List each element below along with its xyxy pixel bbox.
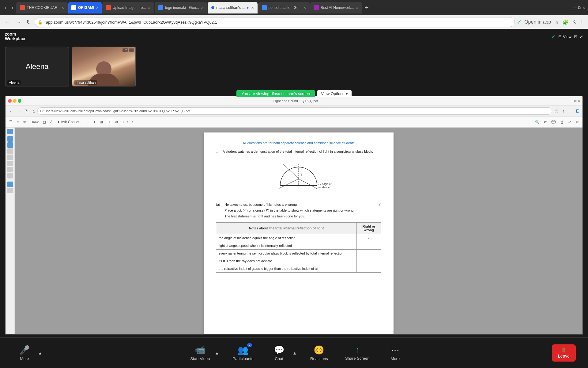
pdf-tool-copilot[interactable]: ✦ Ask Copilot <box>56 119 81 125</box>
table-cell-answer-5 <box>357 265 381 273</box>
more-options-button[interactable]: ⋮ <box>578 18 586 26</box>
mute-caret[interactable]: ▲ <box>38 351 42 355</box>
aleena-name-label: Aleena <box>7 80 21 85</box>
open-in-app-button[interactable]: Open in app <box>523 18 552 26</box>
sidebar-icon-9[interactable] <box>7 182 13 187</box>
tab-origami[interactable]: ORIGAMI × <box>68 2 102 13</box>
pdf-prev-page[interactable]: ‹ <box>126 119 129 125</box>
sidebar-icon-10[interactable] <box>7 188 13 193</box>
pdf-expand[interactable]: ⤢ <box>567 119 572 125</box>
rfctl-more[interactable]: ⋯ <box>129 48 134 52</box>
more-icon: ⋯ <box>391 345 399 355</box>
sidebar-icon-4[interactable] <box>7 148 13 154</box>
tab-close-cookie[interactable]: × <box>62 5 64 10</box>
window-close[interactable]: × <box>582 5 586 11</box>
pdf-search[interactable]: 🔍 <box>534 119 541 125</box>
profile-button[interactable]: K <box>571 18 577 26</box>
security-indicator: ✓ <box>517 18 522 26</box>
back-button[interactable]: ← <box>2 18 12 27</box>
tab-close-homework[interactable]: × <box>356 5 358 10</box>
reactions-button[interactable]: 😊 Reactions <box>307 343 332 363</box>
tab-cookie[interactable]: THE COOKIE JAR - × <box>16 2 68 13</box>
tab-zoom[interactable]: rifasa sulthan's ... ● × <box>208 2 257 13</box>
tab-close-upload[interactable]: × <box>148 5 150 10</box>
tab-scroll-left[interactable]: ‹ <box>2 5 9 10</box>
pdf-forward[interactable]: → <box>16 108 23 114</box>
pdf-options[interactable]: ⋯ <box>567 108 574 114</box>
pdf-next-page[interactable]: › <box>131 119 135 125</box>
sidebar-icon-5[interactable] <box>7 155 13 160</box>
tab-close-origami[interactable]: × <box>96 5 99 10</box>
pdf-restore[interactable]: ⧉ <box>574 99 577 103</box>
pdf-zoom-fit[interactable]: ⊞ <box>99 119 104 125</box>
pdf-share[interactable]: ↑ <box>561 108 566 114</box>
chat-button[interactable]: 💬 Chat <box>267 343 291 363</box>
tab-close-periodic[interactable]: × <box>303 5 306 10</box>
sidebar-icon-1[interactable] <box>7 129 13 134</box>
sidebar-icon-7[interactable] <box>7 167 13 172</box>
sidebar-icon-3[interactable] <box>7 142 13 148</box>
tab-favicon-origami <box>71 5 76 10</box>
pdf-back[interactable]: ← <box>8 108 15 114</box>
zoom-fullscreen-button[interactable]: ⤢ <box>580 34 583 39</box>
rifasa-controls: 🎤 ⋯ <box>123 48 134 52</box>
dot-green[interactable] <box>18 99 21 103</box>
pdf-address-bar[interactable] <box>37 107 552 115</box>
pdf-reload[interactable]: ↻ <box>24 108 30 114</box>
pdf-page-current[interactable] <box>106 119 113 125</box>
address-bar[interactable] <box>35 17 515 27</box>
tab-close-toge[interactable]: × <box>201 5 203 10</box>
video-button[interactable]: 📹 Start Video <box>187 343 213 363</box>
mic-icon: 🎤 <box>19 345 30 355</box>
sidebar-icon-2[interactable] <box>7 136 13 142</box>
pdf-settings[interactable]: ⚙ <box>574 119 580 125</box>
new-tab-button[interactable]: + <box>363 4 371 11</box>
forward-button[interactable]: → <box>13 18 23 27</box>
pdf-close[interactable]: × <box>578 99 580 103</box>
tab-homework[interactable]: Best AI Homework... × <box>310 2 362 13</box>
table-cell-note-2: light changes speed when it is internall… <box>216 242 357 250</box>
zoom-layout-button[interactable]: ⊡ <box>574 34 577 39</box>
pdf-minimize[interactable]: ─ <box>570 99 573 103</box>
pdf-print[interactable]: 🖨 <box>559 119 565 125</box>
pdf-tool-list[interactable]: ≡ <box>16 119 20 125</box>
sidebar-icon-6[interactable] <box>7 161 13 166</box>
tab-title-zoom: rifasa sulthan's ... <box>216 6 245 10</box>
rfctl-mic[interactable]: 🎤 <box>123 48 128 52</box>
sidebar-icon-8[interactable] <box>7 173 13 178</box>
video-caret[interactable]: ▲ <box>215 351 219 355</box>
participants-button[interactable]: 👥 2 Participants <box>229 343 257 363</box>
dot-red[interactable] <box>8 99 12 103</box>
pdf-zoom-in[interactable]: + <box>92 119 97 125</box>
zoom-view-button[interactable]: ⊞ View <box>558 34 571 39</box>
pdf-rotate[interactable]: ⟳ <box>543 119 548 125</box>
tab-scroll-right[interactable]: › <box>9 5 16 10</box>
window-minimize[interactable]: ─ <box>573 5 577 11</box>
dot-yellow[interactable] <box>13 99 17 103</box>
pdf-annotate[interactable]: 💬 <box>550 119 557 125</box>
pdf-page-total: 13 <box>120 120 123 124</box>
extensions-button[interactable]: 🧩 <box>561 18 570 26</box>
more-button[interactable]: ⋯ More <box>383 343 407 363</box>
pdf-home[interactable]: ⌂ <box>31 108 36 114</box>
pdf-tool-text[interactable]: A <box>49 119 54 125</box>
share-screen-button[interactable]: ↑ Share Screen <box>341 343 373 363</box>
view-options-button[interactable]: View Options ▾ <box>317 90 351 97</box>
mute-button[interactable]: 🎤 Mute <box>12 343 37 363</box>
nav-bar: ← → ↻ 🔒 ✓ Open in app ☆ 🧩 K ⋮ <box>0 15 588 29</box>
window-restore[interactable]: ⧉ <box>578 5 581 10</box>
pdf-tool-sidebar[interactable]: ☰ <box>8 119 14 125</box>
tab-close-zoom[interactable]: × <box>251 5 254 10</box>
pdf-tool-edit[interactable]: ✏ <box>22 119 28 125</box>
pdf-bookmark[interactable]: ☆ <box>553 108 560 114</box>
tab-periodic[interactable]: periodic table - Go... × <box>258 2 310 13</box>
pdf-zoom-out[interactable]: − <box>86 119 90 125</box>
tab-toge[interactable]: toge inumaki - Goo... × <box>155 2 207 13</box>
reload-button[interactable]: ↻ <box>24 17 33 27</box>
bookmark-button[interactable]: ☆ <box>553 18 560 26</box>
tab-upload[interactable]: Upload Image – re... × <box>102 2 154 13</box>
pdf-tool-shape[interactable]: ◻ <box>42 119 47 125</box>
chat-caret[interactable]: ▲ <box>292 351 297 355</box>
toolbar-right: 🚪 Leave <box>552 344 576 362</box>
leave-button[interactable]: 🚪 Leave <box>552 344 576 362</box>
